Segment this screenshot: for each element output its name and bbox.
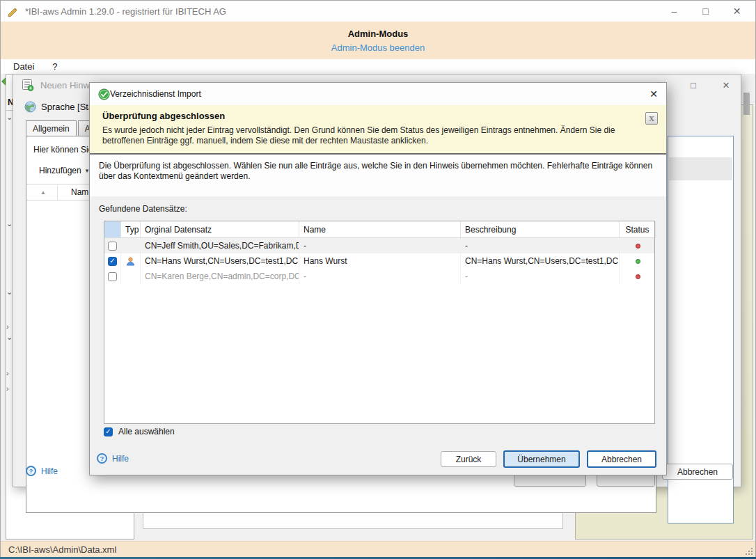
admin-mode-exit-link[interactable]: Admin-Modus beenden	[331, 42, 425, 53]
resize-grip[interactable]	[746, 548, 753, 555]
menu-bar: Datei ?	[1, 59, 755, 74]
side-list-header	[669, 157, 732, 180]
add-button-label: Hinzufügen	[39, 166, 81, 175]
hinweis-maximize-button[interactable]: □	[682, 77, 705, 93]
add-dropdown-button[interactable]: Hinzufügen ▾	[33, 163, 94, 178]
success-check-icon	[98, 88, 110, 100]
row-name: Hans Wurst	[299, 253, 461, 269]
import-close-button[interactable]: ✕	[647, 88, 661, 100]
table-header-row: Typ Orginal Datensatz Name Beschreibung …	[104, 221, 654, 238]
header-checkbox-column[interactable]	[104, 221, 121, 237]
table-row[interactable]: ✓ CN=Jeff Smith,OU=Sales,DC=Fabrikam,D..…	[104, 238, 654, 253]
import-help-label: Hilfe	[112, 454, 129, 464]
import-dialog: Verzeichnisdienst Import ✕ Überprüfung a…	[89, 82, 667, 475]
header-typ[interactable]: Typ	[121, 221, 141, 237]
hinweis-cancel-button[interactable]: Abbrechen	[662, 464, 733, 480]
maximize-button[interactable]: □	[690, 1, 721, 22]
select-all-row[interactable]: ✓ Alle auswählen	[104, 427, 175, 436]
row-name: -	[299, 269, 461, 284]
row-checkbox[interactable]: ✓	[108, 242, 117, 251]
status-dot	[636, 274, 640, 279]
row-description: CN=Hans Wurst,CN=Users,DC=test1,DC...	[461, 253, 620, 269]
help-icon: ?	[26, 466, 36, 476]
cancel-button[interactable]: Abbrechen	[587, 450, 656, 468]
hinweis-close-button[interactable]: ✕	[714, 77, 738, 93]
hinweis-help-link[interactable]: ? Hilfe	[26, 466, 58, 476]
row-type	[121, 269, 141, 284]
menu-item-help[interactable]: ?	[52, 61, 57, 72]
table-row[interactable]: ✓ CN=Hans Wurst,CN=Users,DC=test1,DC... …	[104, 253, 654, 269]
minimize-button[interactable]: –	[659, 1, 690, 22]
new-hint-icon	[22, 79, 34, 91]
row-description: -	[461, 269, 620, 284]
banner-heading: Überprüfung abgeschlossen	[102, 111, 638, 121]
check-icon: ✓	[109, 242, 115, 249]
row-type	[121, 238, 141, 253]
status-dot	[636, 244, 640, 249]
header-beschreibung[interactable]: Beschreibung	[461, 221, 620, 237]
dropdown-caret-icon: ▾	[86, 167, 89, 174]
admin-mode-banner: Admin-Modus Admin-Modus beenden	[1, 22, 755, 59]
hinweis-help-label: Hilfe	[41, 466, 58, 476]
user-icon	[125, 256, 136, 267]
header-original-datensatz[interactable]: Orginal Datensatz	[141, 221, 299, 237]
row-type	[121, 253, 141, 269]
column-divider	[57, 186, 58, 200]
close-button[interactable]: ✕	[721, 1, 753, 22]
row-checkbox[interactable]: ✓	[108, 272, 117, 281]
hint-text: Hier können Sie	[33, 145, 93, 155]
back-button[interactable]: Zurück	[441, 451, 496, 467]
row-name: -	[299, 238, 461, 253]
header-name[interactable]: Name	[299, 221, 461, 237]
apply-button[interactable]: Übernehmen	[503, 450, 580, 468]
select-all-checkbox[interactable]: ✓	[104, 427, 113, 436]
banner-text: Es wurde jedoch nicht jeder Eintrag verv…	[102, 125, 631, 146]
banner-dismiss-button[interactable]: X	[645, 112, 658, 125]
import-description: Die Überprüfung ist abgeschlossen. Wähle…	[90, 155, 666, 196]
globe-icon	[24, 101, 36, 113]
scrollbar-thumb[interactable]	[743, 93, 750, 115]
status-bar: C:\IBI-aws\Admin\Data.xml	[1, 541, 755, 557]
row-description: -	[461, 238, 620, 253]
status-banner: Überprüfung abgeschlossen Es wurde jedoc…	[90, 105, 666, 153]
app-window: *IBI-aws Admin 1.29.0 - registriert für …	[0, 0, 756, 559]
window-controls: – □ ✕	[659, 1, 753, 22]
records-label: Gefundene Datensätze:	[99, 204, 187, 214]
row-checkbox[interactable]: ✓	[108, 257, 117, 266]
import-help-link[interactable]: ? Hilfe	[97, 453, 129, 464]
records-table: Typ Orginal Datensatz Name Beschreibung …	[104, 221, 655, 424]
help-icon: ?	[97, 453, 107, 464]
status-path: C:\IBI-aws\Admin\Data.xml	[8, 544, 116, 555]
header-status[interactable]: Status	[620, 221, 656, 237]
admin-mode-heading: Admin-Modus	[348, 29, 409, 39]
sort-asc-icon[interactable]: ▲	[40, 189, 46, 196]
tab-allgemein[interactable]: Allgemein	[26, 120, 77, 136]
import-dialog-title: Verzeichnisdienst Import	[110, 89, 201, 99]
row-original: CN=Hans Wurst,CN=Users,DC=test1,DC...	[141, 253, 299, 269]
mini-column-name[interactable]: Nam	[71, 187, 88, 197]
select-all-label: Alle auswählen	[118, 427, 175, 436]
row-original: CN=Jeff Smith,OU=Sales,DC=Fabrikam,D...	[141, 238, 299, 253]
main-titlebar: *IBI-aws Admin 1.29.0 - registriert für …	[1, 1, 755, 22]
table-row[interactable]: ✓ CN=Karen Berge,CN=admin,DC=corp,DC... …	[104, 269, 654, 284]
check-icon: ✓	[109, 258, 115, 265]
import-dialog-titlebar: Verzeichnisdienst Import ✕	[90, 83, 666, 105]
window-title: *IBI-aws Admin 1.29.0 - registriert für …	[25, 6, 226, 17]
row-original: CN=Karen Berge,CN=admin,DC=corp,DC...	[141, 269, 299, 284]
menu-item-datei[interactable]: Datei	[13, 61, 34, 72]
app-logo-icon	[7, 6, 19, 17]
check-icon: ✓	[109, 273, 115, 280]
status-dot	[636, 259, 640, 264]
check-icon: ✓	[105, 428, 111, 435]
